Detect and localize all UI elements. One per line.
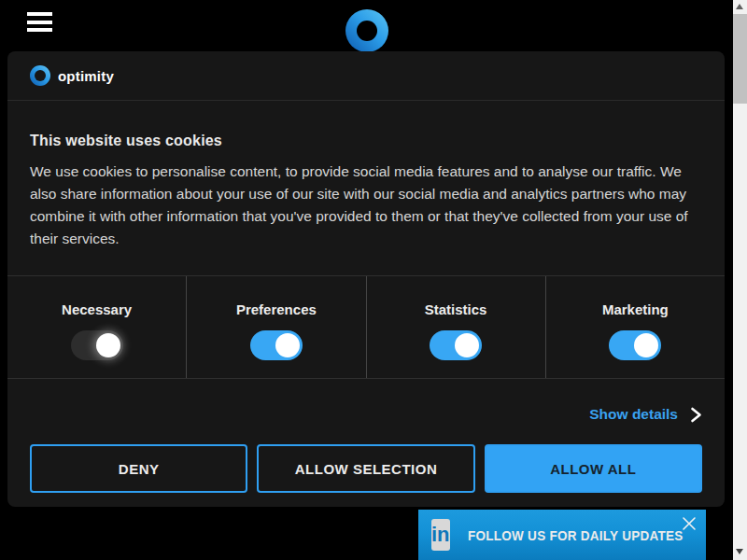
category-necessary: Necessary [7,276,186,378]
dialog-title: This website uses cookies [30,133,702,149]
linkedin-banner-label: FOLLOW US FOR DAILY UPDATES [468,527,684,543]
toggle-statistics[interactable] [430,330,482,360]
cookie-consent-dialog: optimity This website uses cookies We us… [7,51,725,507]
allow-selection-button[interactable]: ALLOW SELECTION [257,444,474,493]
close-icon[interactable] [680,514,698,533]
category-label: Statistics [367,301,545,317]
toggle-knob [275,333,300,357]
scroll-down-arrow-icon[interactable] [736,549,743,554]
dialog-header: optimity [7,51,725,101]
category-marketing: Marketing [545,276,725,378]
chevron-right-icon[interactable] [690,407,702,423]
brand-name: optimity [58,68,114,84]
toggle-knob [96,333,120,357]
toggle-marketing[interactable] [609,330,661,360]
linkedin-icon[interactable]: in [431,519,450,551]
optimity-ring-icon [30,65,50,86]
category-preferences: Preferences [186,276,365,378]
toggle-necessary [71,330,123,360]
site-logo-ring-icon[interactable] [345,9,388,52]
toggle-preferences[interactable] [250,330,303,360]
allow-all-button[interactable]: ALLOW ALL [485,444,702,493]
scrollbar[interactable] [733,0,747,560]
category-label: Marketing [546,301,725,317]
show-details-link[interactable]: Show details [589,406,678,423]
consent-categories: Necessary Preferences Statistics Marketi… [7,275,725,379]
scroll-up-arrow-icon[interactable] [736,4,743,9]
toggle-knob [634,333,658,357]
deny-button[interactable]: DENY [30,444,247,493]
dialog-description: We use cookies to personalise content, t… [30,161,702,250]
toggle-knob [455,333,479,357]
menu-hamburger-icon[interactable] [27,12,52,32]
category-label: Necessary [7,301,186,317]
linkedin-banner[interactable]: in FOLLOW US FOR DAILY UPDATES [418,510,706,560]
category-statistics: Statistics [366,276,545,378]
scrollbar-thumb[interactable] [733,14,747,104]
category-label: Preferences [187,301,365,317]
